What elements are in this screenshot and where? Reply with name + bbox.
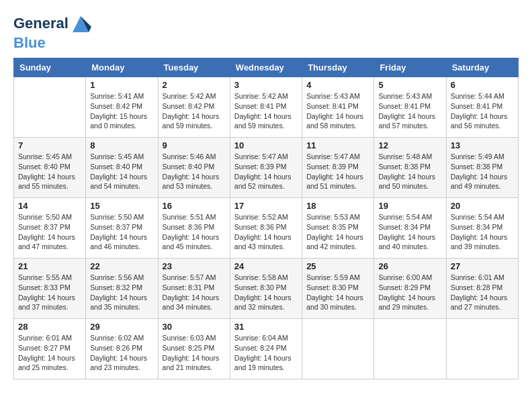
calendar-cell xyxy=(446,319,518,379)
day-info: Sunrise: 5:54 AMSunset: 8:34 PMDaylight:… xyxy=(378,212,441,252)
calendar-cell: 1Sunrise: 5:41 AMSunset: 8:42 PMDaylight… xyxy=(86,77,158,138)
day-info: Sunrise: 5:55 AMSunset: 8:33 PMDaylight:… xyxy=(18,273,81,312)
day-number: 8 xyxy=(90,140,153,150)
day-number: 10 xyxy=(234,140,298,150)
calendar-cell: 7Sunrise: 5:45 AMSunset: 8:40 PMDaylight… xyxy=(14,138,86,198)
calendar-week-row: 1Sunrise: 5:41 AMSunset: 8:42 PMDaylight… xyxy=(14,77,519,138)
calendar-cell: 21Sunrise: 5:55 AMSunset: 8:33 PMDayligh… xyxy=(14,259,86,319)
day-info: Sunrise: 5:53 AMSunset: 8:35 PMDaylight:… xyxy=(306,212,369,252)
day-number: 27 xyxy=(451,261,514,271)
logo: General Blue xyxy=(13,13,91,51)
day-number: 29 xyxy=(90,322,153,332)
weekday-header-friday: Friday xyxy=(374,58,446,77)
day-number: 31 xyxy=(234,322,298,332)
weekday-header-tuesday: Tuesday xyxy=(158,58,230,77)
calendar-cell: 13Sunrise: 5:49 AMSunset: 8:38 PMDayligh… xyxy=(446,138,518,198)
calendar-week-row: 7Sunrise: 5:45 AMSunset: 8:40 PMDaylight… xyxy=(14,138,519,198)
day-number: 26 xyxy=(378,261,441,271)
day-info: Sunrise: 5:54 AMSunset: 8:34 PMDaylight:… xyxy=(451,212,514,252)
calendar-cell: 8Sunrise: 5:45 AMSunset: 8:40 PMDaylight… xyxy=(86,138,158,198)
day-info: Sunrise: 5:47 AMSunset: 8:39 PMDaylight:… xyxy=(306,152,369,191)
day-number: 28 xyxy=(18,322,81,332)
day-info: Sunrise: 6:04 AMSunset: 8:24 PMDaylight:… xyxy=(234,333,298,373)
day-info: Sunrise: 5:45 AMSunset: 8:40 PMDaylight:… xyxy=(18,152,81,191)
calendar-cell: 24Sunrise: 5:58 AMSunset: 8:30 PMDayligh… xyxy=(230,259,302,319)
weekday-header-row: SundayMondayTuesdayWednesdayThursdayFrid… xyxy=(14,58,519,77)
day-number: 5 xyxy=(378,80,441,90)
calendar-cell: 27Sunrise: 6:01 AMSunset: 8:28 PMDayligh… xyxy=(446,259,518,319)
day-number: 3 xyxy=(234,80,298,90)
day-info: Sunrise: 6:01 AMSunset: 8:27 PMDaylight:… xyxy=(18,333,81,373)
day-number: 15 xyxy=(90,201,153,211)
calendar-cell: 19Sunrise: 5:54 AMSunset: 8:34 PMDayligh… xyxy=(374,198,446,259)
day-info: Sunrise: 5:43 AMSunset: 8:41 PMDaylight:… xyxy=(378,91,441,131)
day-info: Sunrise: 5:43 AMSunset: 8:41 PMDaylight:… xyxy=(306,91,369,131)
calendar-cell xyxy=(374,319,446,379)
day-info: Sunrise: 5:42 AMSunset: 8:41 PMDaylight:… xyxy=(234,91,298,131)
calendar-cell: 6Sunrise: 5:44 AMSunset: 8:41 PMDaylight… xyxy=(446,77,518,138)
day-info: Sunrise: 5:46 AMSunset: 8:40 PMDaylight:… xyxy=(163,152,226,191)
day-info: Sunrise: 5:45 AMSunset: 8:40 PMDaylight:… xyxy=(90,152,153,191)
calendar-cell: 4Sunrise: 5:43 AMSunset: 8:41 PMDaylight… xyxy=(302,77,374,138)
day-number: 19 xyxy=(378,201,441,211)
calendar-cell: 30Sunrise: 6:03 AMSunset: 8:25 PMDayligh… xyxy=(158,319,230,379)
calendar-cell: 25Sunrise: 5:59 AMSunset: 8:30 PMDayligh… xyxy=(302,259,374,319)
day-number: 23 xyxy=(163,261,226,271)
day-number: 1 xyxy=(90,80,153,90)
day-number: 12 xyxy=(378,140,441,150)
calendar-cell: 18Sunrise: 5:53 AMSunset: 8:35 PMDayligh… xyxy=(302,198,374,259)
calendar-cell: 29Sunrise: 6:02 AMSunset: 8:26 PMDayligh… xyxy=(86,319,158,379)
day-info: Sunrise: 5:50 AMSunset: 8:37 PMDaylight:… xyxy=(18,212,81,252)
calendar-cell: 28Sunrise: 6:01 AMSunset: 8:27 PMDayligh… xyxy=(14,319,86,379)
calendar-cell: 20Sunrise: 5:54 AMSunset: 8:34 PMDayligh… xyxy=(446,198,518,259)
day-number: 16 xyxy=(163,201,226,211)
day-number: 24 xyxy=(234,261,298,271)
weekday-header-wednesday: Wednesday xyxy=(230,58,302,77)
day-info: Sunrise: 5:42 AMSunset: 8:42 PMDaylight:… xyxy=(163,91,226,131)
day-number: 21 xyxy=(18,261,81,271)
logo-text: General Blue xyxy=(13,13,91,51)
calendar-cell: 31Sunrise: 6:04 AMSunset: 8:24 PMDayligh… xyxy=(230,319,302,379)
calendar-cell: 22Sunrise: 5:56 AMSunset: 8:32 PMDayligh… xyxy=(86,259,158,319)
day-info: Sunrise: 5:52 AMSunset: 8:36 PMDaylight:… xyxy=(234,212,298,252)
calendar-cell: 3Sunrise: 5:42 AMSunset: 8:41 PMDaylight… xyxy=(230,77,302,138)
day-info: Sunrise: 6:00 AMSunset: 8:29 PMDaylight:… xyxy=(378,273,441,312)
day-number: 18 xyxy=(306,201,369,211)
day-info: Sunrise: 5:56 AMSunset: 8:32 PMDaylight:… xyxy=(90,273,153,312)
day-info: Sunrise: 6:01 AMSunset: 8:28 PMDaylight:… xyxy=(451,273,514,312)
day-number: 4 xyxy=(306,80,369,90)
day-info: Sunrise: 5:50 AMSunset: 8:37 PMDaylight:… xyxy=(90,212,153,252)
day-info: Sunrise: 5:58 AMSunset: 8:30 PMDaylight:… xyxy=(234,273,298,312)
calendar-cell: 10Sunrise: 5:47 AMSunset: 8:39 PMDayligh… xyxy=(230,138,302,198)
day-info: Sunrise: 5:49 AMSunset: 8:38 PMDaylight:… xyxy=(451,152,514,191)
calendar-cell: 15Sunrise: 5:50 AMSunset: 8:37 PMDayligh… xyxy=(86,198,158,259)
calendar-cell: 23Sunrise: 5:57 AMSunset: 8:31 PMDayligh… xyxy=(158,259,230,319)
calendar-cell xyxy=(302,319,374,379)
day-number: 13 xyxy=(451,140,514,150)
day-info: Sunrise: 6:02 AMSunset: 8:26 PMDaylight:… xyxy=(90,333,153,373)
calendar-week-row: 28Sunrise: 6:01 AMSunset: 8:27 PMDayligh… xyxy=(14,319,519,379)
day-number: 2 xyxy=(163,80,226,90)
day-info: Sunrise: 5:59 AMSunset: 8:30 PMDaylight:… xyxy=(306,273,369,312)
day-number: 22 xyxy=(90,261,153,271)
calendar-cell: 12Sunrise: 5:48 AMSunset: 8:38 PMDayligh… xyxy=(374,138,446,198)
logo-blue-text: Blue xyxy=(13,35,91,51)
day-number: 9 xyxy=(163,140,226,150)
day-info: Sunrise: 5:41 AMSunset: 8:42 PMDaylight:… xyxy=(90,91,153,131)
day-info: Sunrise: 5:48 AMSunset: 8:38 PMDaylight:… xyxy=(378,152,441,191)
day-number: 20 xyxy=(451,201,514,211)
calendar-cell: 17Sunrise: 5:52 AMSunset: 8:36 PMDayligh… xyxy=(230,198,302,259)
day-number: 25 xyxy=(306,261,369,271)
day-info: Sunrise: 5:47 AMSunset: 8:39 PMDaylight:… xyxy=(234,152,298,191)
day-number: 30 xyxy=(163,322,226,332)
day-info: Sunrise: 5:44 AMSunset: 8:41 PMDaylight:… xyxy=(451,91,514,131)
calendar-cell: 5Sunrise: 5:43 AMSunset: 8:41 PMDaylight… xyxy=(374,77,446,138)
calendar-week-row: 14Sunrise: 5:50 AMSunset: 8:37 PMDayligh… xyxy=(14,198,519,259)
calendar-week-row: 21Sunrise: 5:55 AMSunset: 8:33 PMDayligh… xyxy=(14,259,519,319)
day-info: Sunrise: 5:51 AMSunset: 8:36 PMDaylight:… xyxy=(163,212,226,252)
calendar-cell: 16Sunrise: 5:51 AMSunset: 8:36 PMDayligh… xyxy=(158,198,230,259)
day-number: 6 xyxy=(451,80,514,90)
calendar-cell: 9Sunrise: 5:46 AMSunset: 8:40 PMDaylight… xyxy=(158,138,230,198)
day-number: 11 xyxy=(306,140,369,150)
weekday-header-sunday: Sunday xyxy=(14,58,86,77)
